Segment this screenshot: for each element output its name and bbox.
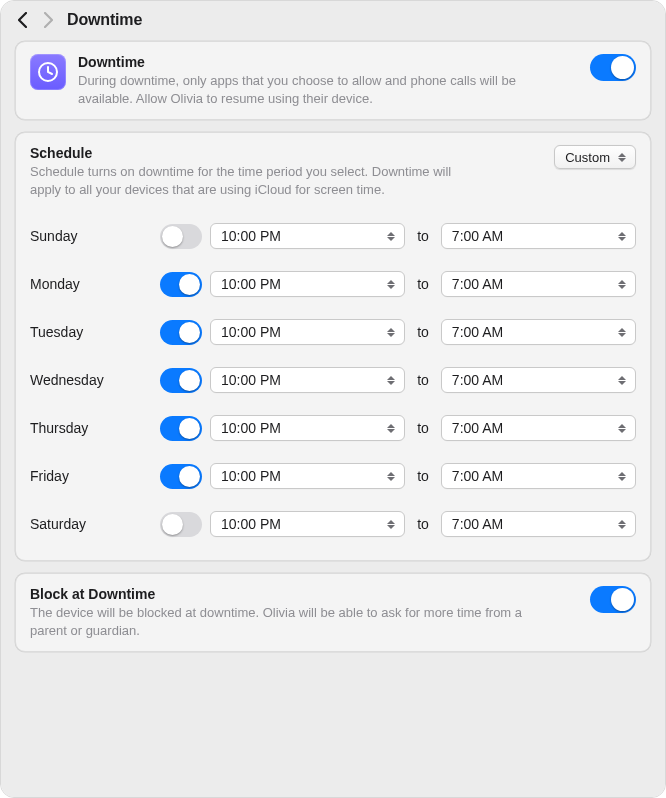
forward-button[interactable] <box>43 12 53 28</box>
select-stepper-icon <box>615 149 629 165</box>
downtime-card: Downtime During downtime, only apps that… <box>15 41 651 120</box>
day-label: Tuesday <box>30 324 160 340</box>
to-time-value: 7:00 AM <box>452 420 503 436</box>
day-toggle[interactable] <box>160 512 202 537</box>
nav-group <box>17 12 53 28</box>
downtime-description: During downtime, only apps that you choo… <box>78 72 548 107</box>
day-label: Saturday <box>30 516 160 532</box>
to-time-value: 7:00 AM <box>452 228 503 244</box>
time-stepper-icon <box>615 372 629 388</box>
time-stepper-icon <box>384 516 398 532</box>
downtime-icon <box>30 54 66 90</box>
from-time-value: 10:00 PM <box>221 324 281 340</box>
to-label: to <box>415 324 431 340</box>
to-time-value: 7:00 AM <box>452 516 503 532</box>
to-time-field[interactable]: 7:00 AM <box>441 415 636 441</box>
day-toggle[interactable] <box>160 272 202 297</box>
block-card: Block at Downtime The device will be blo… <box>15 573 651 652</box>
to-time-value: 7:00 AM <box>452 324 503 340</box>
to-time-field[interactable]: 7:00 AM <box>441 367 636 393</box>
day-row: Wednesday 10:00 PM to 7:00 AM <box>30 356 636 404</box>
time-stepper-icon <box>384 324 398 340</box>
schedule-mode-select[interactable]: Custom <box>554 145 636 169</box>
from-time-field[interactable]: 10:00 PM <box>210 223 405 249</box>
schedule-mode-value: Custom <box>565 150 610 165</box>
downtime-toggle[interactable] <box>590 54 636 81</box>
header: Downtime <box>15 11 651 29</box>
to-time-value: 7:00 AM <box>452 468 503 484</box>
day-toggle[interactable] <box>160 320 202 345</box>
from-time-value: 10:00 PM <box>221 468 281 484</box>
from-time-value: 10:00 PM <box>221 276 281 292</box>
day-row: Sunday 10:00 PM to 7:00 AM <box>30 212 636 260</box>
to-time-field[interactable]: 7:00 AM <box>441 319 636 345</box>
day-toggle[interactable] <box>160 464 202 489</box>
day-toggle[interactable] <box>160 224 202 249</box>
time-stepper-icon <box>384 420 398 436</box>
from-time-field[interactable]: 10:00 PM <box>210 367 405 393</box>
day-toggle[interactable] <box>160 368 202 393</box>
to-label: to <box>415 228 431 244</box>
to-label: to <box>415 420 431 436</box>
time-stepper-icon <box>615 276 629 292</box>
downtime-title: Downtime <box>78 54 548 70</box>
day-row: Tuesday 10:00 PM to 7:00 AM <box>30 308 636 356</box>
block-text: Block at Downtime The device will be blo… <box>30 586 578 639</box>
day-label: Wednesday <box>30 372 160 388</box>
settings-pane: Downtime Downtime During downtime, only … <box>1 1 665 797</box>
from-time-field[interactable]: 10:00 PM <box>210 319 405 345</box>
block-toggle[interactable] <box>590 586 636 613</box>
day-label: Sunday <box>30 228 160 244</box>
day-row: Monday 10:00 PM to 7:00 AM <box>30 260 636 308</box>
from-time-field[interactable]: 10:00 PM <box>210 415 405 441</box>
day-label: Monday <box>30 276 160 292</box>
schedule-title: Schedule <box>30 145 544 161</box>
back-button[interactable] <box>17 12 27 28</box>
from-time-value: 10:00 PM <box>221 372 281 388</box>
to-time-value: 7:00 AM <box>452 372 503 388</box>
to-time-field[interactable]: 7:00 AM <box>441 463 636 489</box>
day-label: Friday <box>30 468 160 484</box>
time-stepper-icon <box>384 276 398 292</box>
day-list: Sunday 10:00 PM to 7:00 AM Monday 10:00 … <box>30 212 636 548</box>
chevron-right-icon <box>44 12 53 28</box>
to-time-value: 7:00 AM <box>452 276 503 292</box>
to-label: to <box>415 372 431 388</box>
from-time-field[interactable]: 10:00 PM <box>210 511 405 537</box>
from-time-field[interactable]: 10:00 PM <box>210 271 405 297</box>
from-time-value: 10:00 PM <box>221 228 281 244</box>
clock-icon <box>36 60 60 84</box>
to-time-field[interactable]: 7:00 AM <box>441 223 636 249</box>
block-title: Block at Downtime <box>30 586 578 602</box>
from-time-value: 10:00 PM <box>221 516 281 532</box>
schedule-card: Schedule Schedule turns on downtime for … <box>15 132 651 561</box>
from-time-value: 10:00 PM <box>221 420 281 436</box>
day-toggle[interactable] <box>160 416 202 441</box>
day-row: Friday 10:00 PM to 7:00 AM <box>30 452 636 500</box>
block-description: The device will be blocked at downtime. … <box>30 604 550 639</box>
schedule-text: Schedule Schedule turns on downtime for … <box>30 145 544 198</box>
schedule-description: Schedule turns on downtime for the time … <box>30 163 460 198</box>
time-stepper-icon <box>615 516 629 532</box>
page-title: Downtime <box>67 11 142 29</box>
day-label: Thursday <box>30 420 160 436</box>
time-stepper-icon <box>615 228 629 244</box>
to-label: to <box>415 468 431 484</box>
to-time-field[interactable]: 7:00 AM <box>441 511 636 537</box>
downtime-text: Downtime During downtime, only apps that… <box>78 54 548 107</box>
time-stepper-icon <box>615 324 629 340</box>
to-label: to <box>415 276 431 292</box>
to-time-field[interactable]: 7:00 AM <box>441 271 636 297</box>
day-row: Thursday 10:00 PM to 7:00 AM <box>30 404 636 452</box>
time-stepper-icon <box>615 420 629 436</box>
to-label: to <box>415 516 431 532</box>
time-stepper-icon <box>384 468 398 484</box>
time-stepper-icon <box>615 468 629 484</box>
time-stepper-icon <box>384 372 398 388</box>
day-row: Saturday 10:00 PM to 7:00 AM <box>30 500 636 548</box>
from-time-field[interactable]: 10:00 PM <box>210 463 405 489</box>
chevron-left-icon <box>18 12 27 28</box>
time-stepper-icon <box>384 228 398 244</box>
